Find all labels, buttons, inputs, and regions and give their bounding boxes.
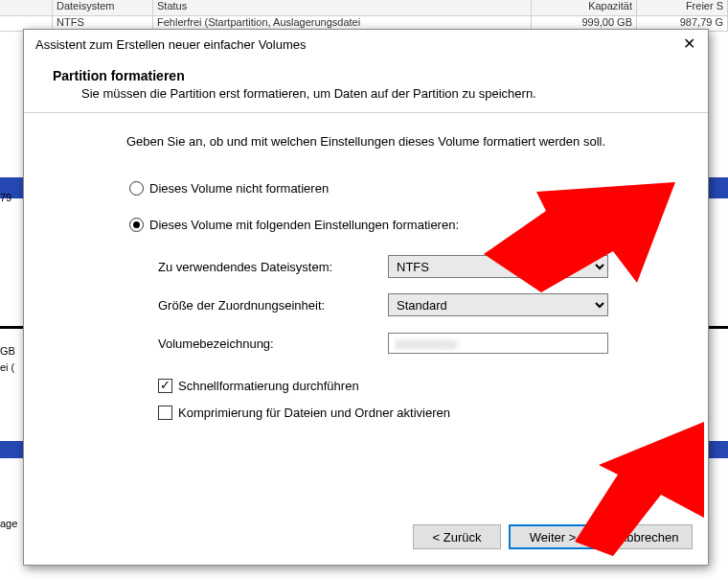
compression-label[interactable]: Komprimierung für Dateien und Ordner akt… bbox=[178, 406, 450, 420]
table-header-fs[interactable]: Dateisystem bbox=[53, 0, 153, 15]
window-title: Assistent zum Erstellen neuer einfacher … bbox=[35, 37, 307, 52]
next-button[interactable]: Weiter > bbox=[509, 524, 597, 549]
quick-format-checkbox[interactable] bbox=[158, 379, 172, 393]
back-button[interactable]: < Zurück bbox=[413, 524, 501, 549]
side-text-4: age bbox=[0, 518, 17, 529]
table-header-spacer bbox=[0, 0, 53, 15]
titlebar[interactable]: Assistent zum Erstellen neuer einfacher … bbox=[24, 30, 708, 58]
radio-format-with-settings[interactable] bbox=[129, 218, 144, 232]
close-icon[interactable]: ✕ bbox=[677, 34, 700, 55]
side-text-3: ei ( bbox=[0, 361, 14, 373]
table-header-free[interactable]: Freier S bbox=[637, 0, 728, 15]
wizard-intro-text: Geben Sie an, ob und mit welchen Einstel… bbox=[53, 134, 679, 174]
cancel-button[interactable]: Abbrechen bbox=[604, 524, 693, 549]
table-header-status[interactable]: Status bbox=[153, 0, 532, 15]
wizard-header-title: Partition formatieren bbox=[53, 68, 708, 83]
radio-format-with-settings-label[interactable]: Dieses Volume mit folgenden Einstellunge… bbox=[149, 218, 459, 232]
radio-do-not-format[interactable] bbox=[129, 181, 144, 196]
compression-checkbox[interactable] bbox=[158, 406, 172, 420]
new-simple-volume-wizard: Assistent zum Erstellen neuer einfacher … bbox=[23, 29, 709, 566]
wizard-header: Partition formatieren Sie müssen die Par… bbox=[24, 58, 708, 113]
wizard-header-subtitle: Sie müssen die Partition erst formatiere… bbox=[53, 83, 708, 101]
volume-label-input[interactable] bbox=[388, 333, 608, 354]
filesystem-combo[interactable]: NTFS bbox=[388, 255, 608, 278]
filesystem-label: Zu verwendendes Dateisystem: bbox=[158, 260, 388, 274]
side-text-1: 79 bbox=[0, 192, 11, 203]
allocation-unit-combo[interactable]: Standard bbox=[388, 293, 608, 316]
quick-format-label[interactable]: Schnellformatierung durchführen bbox=[178, 379, 359, 393]
radio-do-not-format-label[interactable]: Dieses Volume nicht formatieren bbox=[149, 181, 329, 196]
wizard-button-row: < Zurück Weiter > Abbrechen bbox=[413, 524, 693, 549]
side-text-2: GB bbox=[0, 345, 15, 357]
volume-label-label: Volumebezeichnung: bbox=[158, 336, 388, 351]
allocation-unit-label: Größe der Zuordnungseinheit: bbox=[158, 298, 388, 313]
volumes-table: Dateisystem Status Kapazität Freier S NT… bbox=[0, 0, 728, 31]
table-header-capacity[interactable]: Kapazität bbox=[532, 0, 637, 15]
